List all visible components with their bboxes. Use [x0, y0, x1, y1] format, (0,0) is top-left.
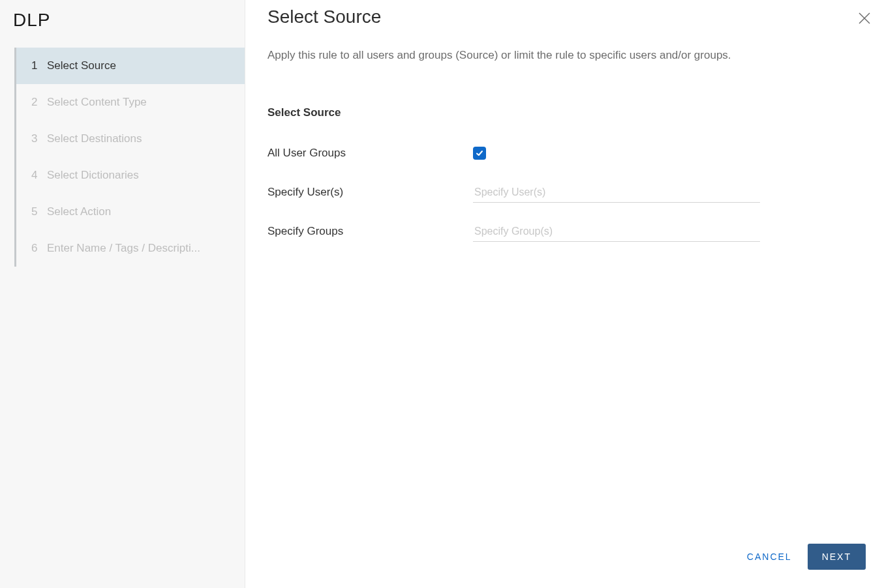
- row-all-user-groups: All User Groups: [267, 134, 760, 173]
- page-title: Select Source: [267, 7, 381, 27]
- step-number: 4: [31, 169, 42, 182]
- step-label: Select Source: [47, 59, 116, 72]
- step-number: 2: [31, 96, 42, 109]
- step-number: 6: [31, 242, 42, 255]
- step-label: Select Destinations: [47, 132, 142, 145]
- source-form: All User Groups Specify User(s) Specify …: [267, 134, 760, 251]
- step-number: 1: [31, 59, 42, 72]
- wizard-steps: 1 Select Source 2 Select Content Type 3 …: [14, 48, 245, 267]
- step-select-dictionaries[interactable]: 4 Select Dictionaries: [16, 157, 245, 194]
- close-icon: [858, 12, 871, 25]
- specify-groups-input[interactable]: [473, 222, 760, 242]
- step-select-action[interactable]: 5 Select Action: [16, 194, 245, 230]
- close-button[interactable]: [858, 12, 871, 25]
- all-user-groups-checkbox[interactable]: [473, 147, 486, 160]
- specify-groups-label: Specify Groups: [267, 225, 466, 238]
- step-label: Select Content Type: [47, 96, 147, 109]
- step-number: 3: [31, 132, 42, 145]
- step-enter-name[interactable]: 6 Enter Name / Tags / Descripti...: [16, 230, 245, 267]
- step-number: 5: [31, 205, 42, 218]
- footer-actions: CANCEL NEXT: [747, 544, 866, 570]
- specify-users-input[interactable]: [473, 183, 760, 203]
- step-select-source[interactable]: 1 Select Source: [16, 48, 245, 84]
- cancel-button[interactable]: CANCEL: [747, 551, 792, 562]
- row-specify-users: Specify User(s): [267, 173, 760, 212]
- step-label: Select Dictionaries: [47, 169, 139, 182]
- all-user-groups-label: All User Groups: [267, 147, 466, 160]
- brand-title: DLP: [13, 10, 50, 31]
- next-button[interactable]: NEXT: [808, 544, 866, 570]
- step-label: Enter Name / Tags / Descripti...: [47, 242, 200, 255]
- main-panel: Select Source Apply this rule to all use…: [245, 0, 884, 588]
- check-icon: [476, 149, 483, 157]
- page-description: Apply this rule to all users and groups …: [267, 49, 858, 62]
- step-label: Select Action: [47, 205, 111, 218]
- specify-users-label: Specify User(s): [267, 186, 466, 199]
- section-header: Select Source: [267, 106, 341, 119]
- sidebar: DLP 1 Select Source 2 Select Content Typ…: [0, 0, 245, 588]
- row-specify-groups: Specify Groups: [267, 212, 760, 251]
- step-select-destinations[interactable]: 3 Select Destinations: [16, 121, 245, 157]
- step-select-content-type[interactable]: 2 Select Content Type: [16, 84, 245, 121]
